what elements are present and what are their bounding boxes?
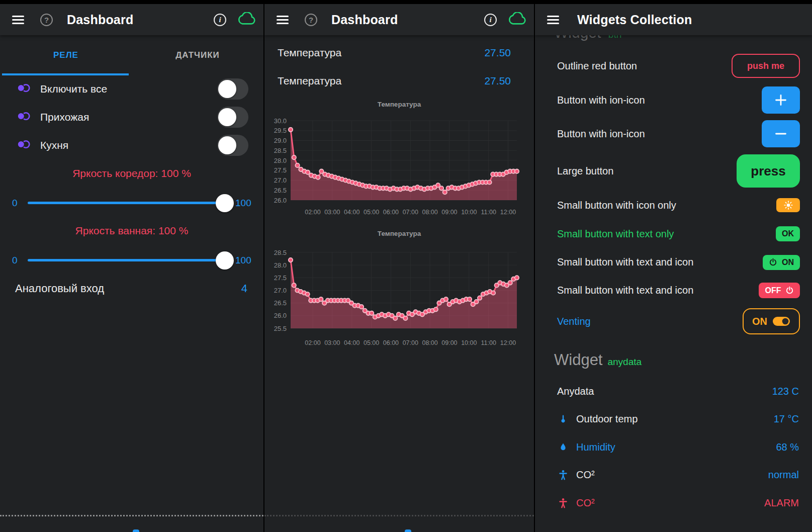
- tab-sensors[interactable]: ДАТЧИКИ: [132, 35, 263, 75]
- section-title: Widget: [554, 351, 602, 369]
- active-tab-underline: [2, 73, 129, 75]
- thermometer-icon: [557, 413, 569, 424]
- page-title: Dashboard: [331, 13, 398, 27]
- tab-label: РЕЛЕ: [53, 50, 78, 60]
- row-label: Small button with text and icon: [557, 256, 693, 268]
- svg-text:09:00: 09:00: [441, 339, 457, 346]
- help-icon[interactable]: ?: [40, 14, 53, 26]
- svg-text:11:00: 11:00: [481, 209, 496, 216]
- switch-label: Кухня: [40, 139, 68, 151]
- svg-text:27.5: 27.5: [274, 166, 287, 174]
- svg-text:28.0: 28.0: [274, 157, 287, 164]
- widget-anydata-heading: Widget anydata: [554, 351, 642, 369]
- section-subtitle: btn: [608, 35, 621, 40]
- svg-text:25.5: 25.5: [274, 325, 287, 332]
- menu-icon[interactable]: [12, 16, 24, 24]
- slider-track[interactable]: [28, 259, 232, 261]
- row-label: Outdoor temp: [576, 413, 638, 425]
- page-title: Widgets Collection: [577, 13, 692, 27]
- row-label: Anydata: [557, 386, 594, 397]
- sun-button[interactable]: [776, 198, 800, 212]
- chart-title: Температура: [264, 101, 534, 108]
- minus-button[interactable]: [762, 120, 800, 147]
- svg-text:10:00: 10:00: [461, 209, 477, 216]
- menu-icon[interactable]: [277, 16, 289, 24]
- widget-row: Small button with icon only: [535, 198, 812, 212]
- app-header: ? Dashboard i: [264, 4, 534, 35]
- svg-text:27.0: 27.0: [274, 287, 287, 294]
- row-label: Outline red button: [557, 60, 637, 72]
- venting-toggle-button[interactable]: ON: [743, 308, 800, 334]
- cloud-status-icon[interactable]: [508, 12, 527, 28]
- app-header: Widgets Collection: [535, 4, 812, 35]
- off-button[interactable]: OFF: [759, 283, 800, 298]
- help-icon[interactable]: ?: [305, 14, 317, 26]
- row-value: 123 C: [772, 386, 799, 397]
- page-separator: [0, 515, 263, 516]
- chart-title: Температура: [264, 230, 534, 237]
- cloud-status-icon[interactable]: [237, 12, 256, 28]
- co2-normal-row: CO² normal: [535, 466, 812, 484]
- toggle-glyph-icon: [16, 112, 31, 123]
- svg-text:26.5: 26.5: [274, 299, 287, 307]
- toggle-switch[interactable]: [217, 107, 248, 128]
- slider-track[interactable]: [28, 202, 232, 204]
- toggle-switch[interactable]: [217, 135, 248, 156]
- toggle-switch[interactable]: [217, 78, 248, 100]
- analog-input-row: Аналоговый вход 4: [0, 280, 263, 298]
- svg-text:29.0: 29.0: [274, 137, 287, 144]
- app-header: ? Dashboard i: [0, 4, 263, 35]
- outdoor-temp-row: Outdoor temp 17 °C: [535, 410, 812, 428]
- reading-label: Температура: [278, 75, 341, 87]
- row-value: 17 °C: [774, 413, 799, 425]
- row-label: Small button with icon only: [557, 200, 676, 211]
- row-label: Humidity: [576, 441, 615, 453]
- info-icon[interactable]: i: [484, 14, 497, 26]
- menu-icon[interactable]: [547, 16, 559, 24]
- clipped-blue-icon: [405, 529, 411, 532]
- svg-text:05:00: 05:00: [364, 339, 379, 346]
- droplet-icon: [557, 441, 569, 453]
- widget-row: Venting ON: [535, 308, 812, 334]
- svg-text:04:00: 04:00: [344, 209, 359, 216]
- dashboard-panel-sensors: ? Dashboard i Температура 27.50 Температ…: [264, 0, 534, 532]
- page-separator: [264, 515, 534, 516]
- slider-title-bathroom: Яркость ванная: 100 %: [0, 225, 263, 237]
- slider-knob[interactable]: [216, 194, 234, 212]
- row-label: Small button with text only: [557, 228, 674, 240]
- info-icon[interactable]: i: [214, 14, 226, 26]
- svg-text:09:00: 09:00: [441, 209, 457, 216]
- top-strip: [535, 0, 812, 4]
- minus-icon: [773, 126, 788, 141]
- widget-row: Small button with text and icon ON: [535, 254, 812, 270]
- row-value: normal: [768, 469, 799, 481]
- svg-text:12:00: 12:00: [500, 339, 516, 346]
- temperature-chart-1: 30.029.529.028.528.027.527.026.526.002:0…: [264, 112, 534, 221]
- press-button[interactable]: press: [737, 154, 800, 188]
- top-strip: [0, 0, 263, 4]
- svg-text:08:00: 08:00: [422, 209, 437, 216]
- svg-text:30.0: 30.0: [274, 117, 287, 125]
- sun-icon: [783, 200, 793, 210]
- analog-input-value: 4: [241, 282, 247, 295]
- button-label: OFF: [765, 286, 781, 295]
- slider-knob[interactable]: [216, 251, 234, 270]
- on-button[interactable]: ON: [763, 255, 800, 270]
- temperature-reading-row: Температура 27.50: [264, 44, 534, 61]
- dashboard-panel-relays: ? Dashboard i РЕЛЕ ДАТЧИКИ Включить все …: [0, 0, 263, 532]
- tab-label: ДАТЧИКИ: [175, 50, 220, 60]
- tab-relays[interactable]: РЕЛЕ: [0, 35, 132, 75]
- svg-text:03:00: 03:00: [324, 339, 340, 346]
- section-title: Widget: [554, 35, 601, 41]
- push-me-button[interactable]: push me: [732, 54, 800, 78]
- ok-button[interactable]: OK: [776, 226, 800, 241]
- row-label: Small button with text and icon: [557, 285, 693, 296]
- svg-text:28.0: 28.0: [274, 261, 287, 269]
- toggle-on-icon: [772, 316, 790, 326]
- svg-text:27.0: 27.0: [274, 176, 287, 184]
- plus-button[interactable]: [762, 86, 800, 114]
- svg-text:03:00: 03:00: [324, 209, 340, 216]
- svg-text:06:00: 06:00: [383, 209, 399, 216]
- page-title: Dashboard: [67, 13, 133, 27]
- anydata-row: Anydata 123 C: [535, 382, 812, 400]
